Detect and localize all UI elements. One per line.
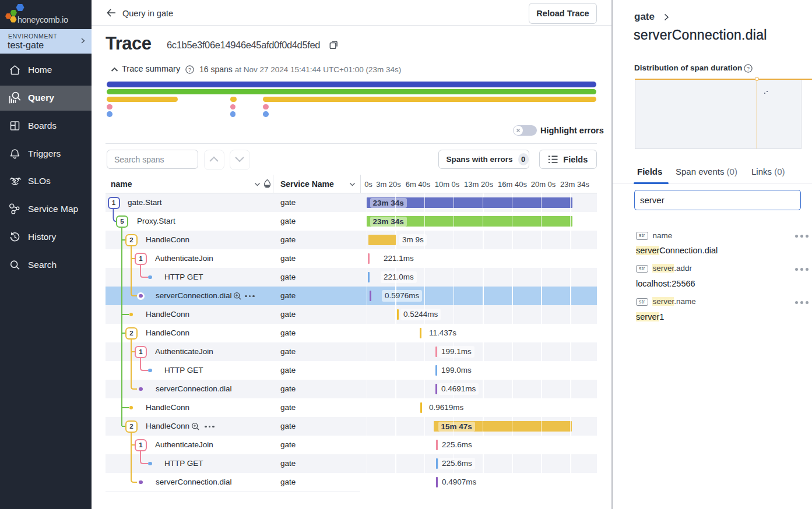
svg-text:?: ? <box>747 65 750 72</box>
